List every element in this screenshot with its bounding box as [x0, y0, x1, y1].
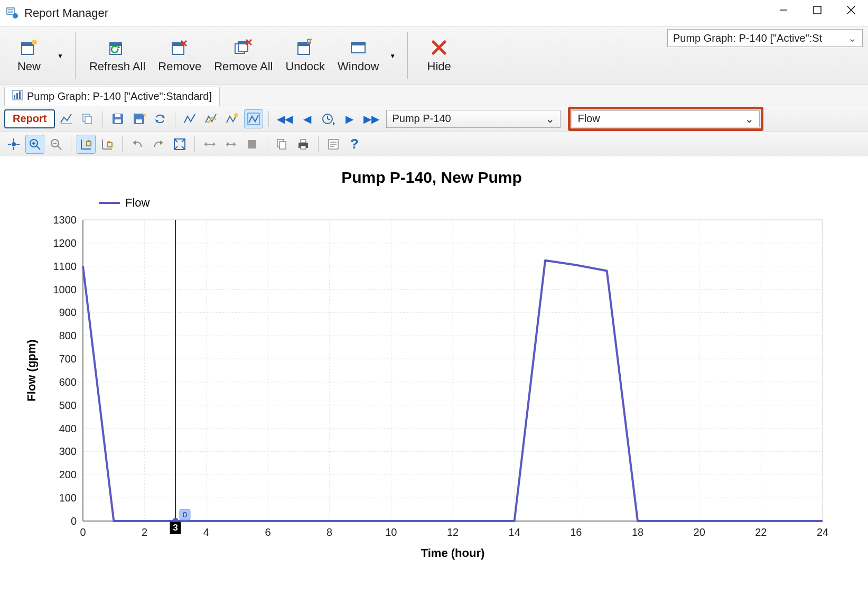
- save-chart-icon[interactable]: [108, 109, 127, 128]
- x-tick: 18: [631, 526, 643, 538]
- x-axis-label: Time (hour): [421, 546, 484, 560]
- view-selector[interactable]: Pump Graph: P-140 ["Active":St ⌄: [667, 29, 863, 47]
- remove-all-button[interactable]: Remove All: [208, 27, 279, 85]
- axis-lock-icon[interactable]: [77, 135, 96, 154]
- svg-marker-71: [160, 141, 163, 145]
- svg-marker-70: [133, 141, 136, 145]
- svg-rect-6: [814, 6, 821, 14]
- y-tick: 700: [59, 353, 76, 365]
- series-2-icon[interactable]: [202, 109, 221, 128]
- chart-area: Pump P-140, New PumpFlow0246810121416182…: [0, 156, 868, 569]
- undock-button[interactable]: Undock: [279, 27, 331, 85]
- copy-chart-icon[interactable]: [78, 109, 97, 128]
- y-tick: 800: [59, 330, 76, 341]
- remove-all-label: Remove All: [214, 60, 273, 73]
- y-tick: 1300: [53, 214, 77, 226]
- open-chart-icon[interactable]: [129, 109, 148, 128]
- close-button[interactable]: [834, 0, 868, 20]
- expand-h-icon[interactable]: [200, 135, 219, 154]
- new-button[interactable]: New: [5, 35, 53, 77]
- toolbar-separator: [71, 136, 71, 152]
- flow-chart[interactable]: Pump P-140, New PumpFlow0246810121416182…: [20, 162, 844, 563]
- zoom-in-icon[interactable]: [25, 135, 44, 154]
- parameter-selector-highlight: Flow ⌄: [568, 107, 763, 131]
- x-tick: 6: [265, 526, 270, 538]
- new-button-group: New ▼: [5, 27, 68, 85]
- nav-last-icon[interactable]: ▶▶: [361, 109, 382, 128]
- x-tick: 12: [446, 526, 458, 538]
- app-icon: [6, 7, 19, 20]
- y-tick: 900: [59, 306, 76, 318]
- svg-text:3: 3: [173, 523, 178, 533]
- svg-rect-32: [14, 95, 15, 99]
- print-icon[interactable]: [294, 135, 313, 154]
- svg-rect-34: [19, 91, 21, 99]
- svg-rect-88: [301, 146, 306, 149]
- nav-next-icon[interactable]: ▶: [340, 109, 359, 128]
- undo-icon[interactable]: [128, 135, 147, 154]
- pan-icon[interactable]: [4, 135, 23, 154]
- maximize-button[interactable]: [800, 0, 834, 20]
- refresh-all-button[interactable]: Refresh All: [83, 27, 152, 85]
- series-1-icon[interactable]: [181, 109, 200, 128]
- undock-label: Undock: [285, 60, 325, 73]
- nav-prev-icon[interactable]: ◀: [297, 109, 316, 128]
- copy-icon[interactable]: [273, 135, 292, 154]
- nav-first-icon[interactable]: ◀◀: [274, 109, 295, 128]
- svg-rect-39: [115, 119, 121, 123]
- y-tick: 1200: [53, 237, 77, 249]
- minimize-button[interactable]: [767, 0, 800, 20]
- x-tick: 0: [80, 526, 86, 538]
- y-tick: 100: [59, 492, 76, 504]
- window-label: Window: [338, 60, 379, 73]
- chart-type-icon[interactable]: [57, 109, 76, 128]
- axis-unlock-icon[interactable]: [98, 135, 117, 154]
- y-tick: 500: [59, 399, 76, 411]
- x-tick: 4: [203, 526, 209, 538]
- chevron-down-icon[interactable]: ▼: [53, 52, 68, 60]
- parameter-selector[interactable]: Flow ⌄: [572, 110, 760, 127]
- y-tick: 1000: [53, 284, 77, 295]
- help-icon[interactable]: ?: [345, 135, 364, 154]
- chevron-down-icon[interactable]: ▼: [385, 52, 400, 60]
- toolbar-separator: [268, 111, 269, 127]
- sync-icon[interactable]: [151, 109, 170, 128]
- series-4-icon[interactable]: [244, 109, 263, 128]
- svg-rect-69: [108, 143, 112, 147]
- hide-label: Hide: [427, 60, 451, 73]
- hide-button[interactable]: Hide: [415, 27, 463, 85]
- legend-label: Flow: [125, 196, 150, 209]
- svg-line-62: [58, 146, 61, 150]
- redo-icon[interactable]: [149, 135, 168, 154]
- pump-selector[interactable]: Pump P-140 ⌄: [386, 110, 561, 128]
- series-3-icon[interactable]: [223, 109, 242, 128]
- svg-rect-87: [301, 140, 306, 143]
- fit-icon[interactable]: [170, 135, 189, 154]
- view-selector-label: Pump Graph: P-140 ["Active":St: [673, 32, 822, 44]
- svg-rect-28: [351, 42, 365, 45]
- chevron-down-icon: ⌄: [848, 32, 857, 44]
- zoom-out-icon[interactable]: [46, 135, 66, 154]
- stop-icon[interactable]: [242, 135, 262, 154]
- window-button-group: Window ▼: [331, 27, 400, 85]
- x-tick: 22: [755, 526, 767, 538]
- toolbar-separator: [75, 32, 76, 79]
- svg-rect-83: [248, 140, 256, 148]
- svg-rect-33: [16, 93, 18, 99]
- toolbar-separator: [318, 136, 319, 152]
- toolbar-separator: [407, 32, 408, 79]
- toolbar-separator: [175, 111, 175, 127]
- window-button[interactable]: Window: [331, 35, 385, 77]
- new-button-label: New: [17, 60, 41, 73]
- svg-point-46: [234, 113, 238, 117]
- collapse-h-icon[interactable]: [221, 135, 240, 154]
- nav-time-icon[interactable]: [319, 109, 338, 128]
- report-button[interactable]: Report: [4, 109, 55, 128]
- svg-marker-78: [204, 142, 207, 146]
- svg-rect-37: [85, 116, 91, 124]
- svg-point-52: [12, 142, 16, 146]
- properties-icon[interactable]: [324, 135, 343, 154]
- tab-strip: Pump Graph: P-140 ["Active":Standard]: [0, 85, 868, 106]
- tab-pump-graph[interactable]: Pump Graph: P-140 ["Active":Standard]: [4, 87, 220, 106]
- remove-button[interactable]: Remove: [152, 27, 208, 85]
